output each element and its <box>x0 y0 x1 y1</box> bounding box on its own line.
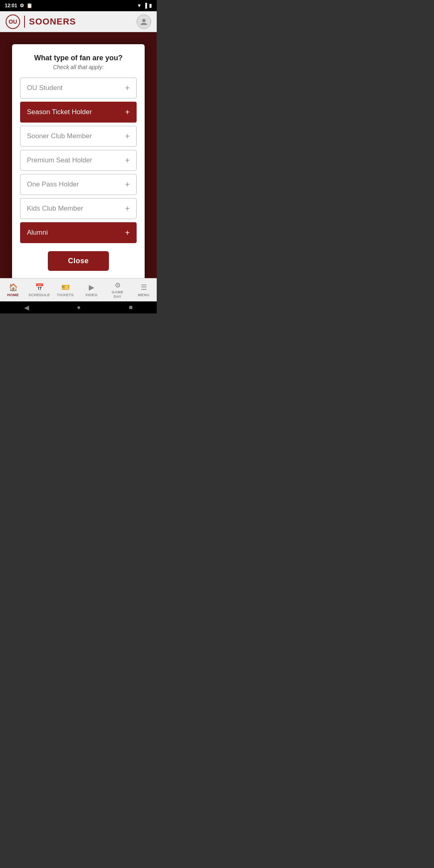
schedule-icon: 📅 <box>35 283 44 292</box>
gameday-label: GAMEDAY <box>112 290 123 299</box>
close-button[interactable]: Close <box>48 251 109 271</box>
fan-option-kids-club-member[interactable]: Kids Club Member + <box>20 198 137 219</box>
nav-video[interactable]: ▶ VIDEO <box>80 283 104 297</box>
ou-student-plus-icon: + <box>125 84 130 93</box>
bottom-navigation: 🏠 HOME 📅 SCHEDULE 🎫 TICKETS ▶ VIDEO ⊙ GA… <box>0 278 157 301</box>
one-pass-plus-icon: + <box>125 180 130 189</box>
status-time: 12:01 <box>5 3 17 8</box>
brand-name: SOONERS <box>29 16 137 27</box>
nav-gameday[interactable]: ⊙ GAMEDAY <box>106 281 130 299</box>
wifi-icon: ▼ <box>137 3 142 8</box>
menu-icon: ☰ <box>141 283 147 292</box>
status-left: 12:01 ⚙ 📋 <box>5 3 33 8</box>
modal-subtitle: Check all that apply: <box>20 64 137 70</box>
premium-seat-holder-label: Premium Seat Holder <box>27 156 92 164</box>
one-pass-holder-label: One Pass Holder <box>27 180 79 188</box>
home-label: HOME <box>7 293 19 297</box>
nav-tickets[interactable]: 🎫 TICKETS <box>53 283 78 297</box>
status-bar: 12:01 ⚙ 📋 ▼ ▐ ▮ <box>0 0 157 11</box>
tickets-icon: 🎫 <box>61 283 70 292</box>
gameday-icon: ⊙ <box>115 281 120 289</box>
premium-seat-plus-icon: + <box>125 156 130 165</box>
home-icon: 🏠 <box>9 283 18 292</box>
battery-icon: ▮ <box>149 3 152 8</box>
fan-option-sooner-club-member[interactable]: Sooner Club Member + <box>20 126 137 147</box>
fan-type-modal: What type of fan are you? Check all that… <box>12 44 145 282</box>
fan-option-ou-student[interactable]: OU Student + <box>20 78 137 98</box>
nav-schedule[interactable]: 📅 SCHEDULE <box>27 283 51 297</box>
app-header: OU SOONERS <box>0 11 157 32</box>
kids-club-plus-icon: + <box>125 204 130 213</box>
fan-options-list: OU Student + Season Ticket Holder + Soon… <box>20 78 137 243</box>
fan-option-season-ticket-holder[interactable]: Season Ticket Holder + <box>20 102 137 123</box>
gear-icon: ⚙ <box>20 3 24 8</box>
fan-option-alumni[interactable]: Alumni + <box>20 222 137 243</box>
season-ticket-plus-icon: + <box>125 108 130 117</box>
video-icon: ▶ <box>89 283 94 292</box>
menu-label: MENU <box>138 293 149 297</box>
schedule-label: SCHEDULE <box>29 293 50 297</box>
header-divider <box>24 16 25 28</box>
profile-button[interactable] <box>137 14 151 29</box>
fan-option-one-pass-holder[interactable]: One Pass Holder + <box>20 174 137 195</box>
svg-text:OU: OU <box>9 18 17 25</box>
kids-club-member-label: Kids Club Member <box>27 205 83 213</box>
fan-option-premium-seat-holder[interactable]: Premium Seat Holder + <box>20 150 137 171</box>
alumni-plus-icon: + <box>125 228 130 237</box>
alumni-label: Alumni <box>27 229 48 237</box>
sooner-club-plus-icon: + <box>125 132 130 141</box>
nav-menu[interactable]: ☰ MENU <box>132 283 156 297</box>
ou-logo: OU <box>6 14 20 29</box>
signal-icon: ▐ <box>143 3 147 8</box>
svg-point-2 <box>142 19 145 22</box>
season-ticket-holder-label: Season Ticket Holder <box>27 108 92 116</box>
sooner-club-member-label: Sooner Club Member <box>27 132 92 140</box>
video-label: VIDEO <box>85 293 98 297</box>
nav-home[interactable]: 🏠 HOME <box>1 283 25 297</box>
ou-student-label: OU Student <box>27 84 63 92</box>
clipboard-icon: 📋 <box>27 3 33 8</box>
status-right: ▼ ▐ ▮ <box>137 3 152 8</box>
modal-title: What type of fan are you? <box>20 54 137 62</box>
tickets-label: TICKETS <box>57 293 74 297</box>
